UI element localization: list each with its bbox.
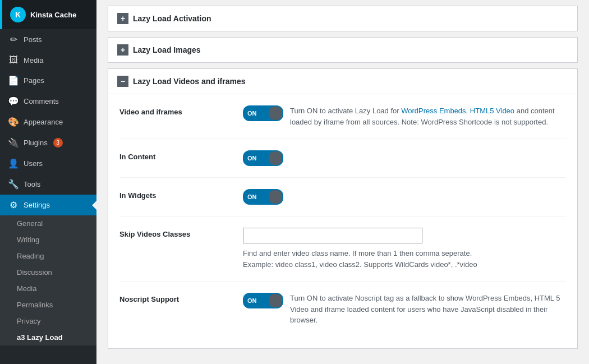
setting-noscript: Noscript Support ON Turn ON to activate … [119, 282, 566, 337]
in-widgets-control: ON [243, 189, 566, 205]
sub-menu-permalinks[interactable]: Permalinks [0, 297, 96, 313]
activation-toggle-icon[interactable]: + [117, 13, 128, 24]
sidebar-item-pages[interactable]: 📄 Pages [0, 70, 96, 91]
wordpress-embeds-link[interactable]: WordPress Embeds [401, 107, 466, 115]
sidebar-item-label: Media [24, 56, 43, 64]
video-iframes-toggle-label: ON [247, 110, 257, 117]
sidebar-logo[interactable]: K Kinsta Cache [0, 0, 96, 29]
video-iframes-toggle[interactable]: ON [243, 105, 283, 121]
sidebar-item-label: Appearance [24, 118, 63, 126]
sidebar-item-comments[interactable]: 💬 Comments [0, 91, 96, 112]
sidebar-item-media[interactable]: 🖼 Media [0, 50, 96, 70]
skip-videos-control: Find and enter video class name. If more… [243, 228, 566, 270]
sub-menu-privacy[interactable]: Privacy [0, 313, 96, 329]
setting-video-iframes: Video and iframes ON Turn ON to activate… [119, 94, 566, 139]
section-lazy-load-activation: + Lazy Load Activation [108, 6, 578, 31]
posts-icon: ✏ [8, 34, 19, 45]
settings-icon: ⚙ [8, 200, 19, 210]
sub-menu-a3-lazy-load[interactable]: a3 Lazy Load [0, 329, 96, 345]
videos-section-content: Video and iframes ON Turn ON to activate… [108, 94, 577, 348]
video-iframes-toggle-thumb [269, 107, 282, 120]
setting-in-content: In Content ON [119, 139, 566, 178]
setting-skip-videos: Skip Videos Classes Find and enter video… [119, 216, 566, 282]
section-videos-header[interactable]: − Lazy Load Videos and iframes [108, 69, 577, 94]
plugins-badge: 3 [53, 138, 63, 148]
sidebar-item-label: Posts [24, 35, 42, 44]
tools-icon: 🔧 [8, 179, 19, 190]
sidebar-item-appearance[interactable]: 🎨 Appearance [0, 112, 96, 132]
in-content-label: In Content [119, 150, 232, 161]
settings-arrow [92, 201, 96, 210]
sub-menu-writing[interactable]: Writing [0, 232, 96, 248]
settings-sub-menu: General Writing Reading Discussion Media… [0, 215, 96, 345]
in-content-toggle[interactable]: ON [243, 150, 283, 166]
appearance-icon: 🎨 [8, 117, 19, 127]
video-iframes-control: ON Turn ON to activate Lazy Load for Wor… [243, 105, 566, 127]
sidebar-item-label: Pages [24, 76, 44, 85]
sidebar-logo-text: Kinsta Cache [30, 11, 76, 19]
in-content-toggle-label: ON [247, 155, 257, 162]
sidebar-item-users[interactable]: 👤 Users [0, 153, 96, 174]
images-title: Lazy Load Images [133, 45, 201, 54]
sidebar-item-label: Plugins [24, 139, 48, 147]
skip-videos-label: Skip Videos Classes [119, 228, 232, 238]
users-icon: 👤 [8, 158, 19, 169]
noscript-toggle[interactable]: ON [243, 293, 283, 308]
sidebar-item-label: Settings [24, 201, 50, 209]
sub-menu-media[interactable]: Media [0, 280, 96, 297]
in-widgets-toggle-thumb [269, 190, 282, 204]
sidebar-item-label: Comments [24, 97, 59, 105]
images-toggle-icon[interactable]: + [117, 44, 128, 56]
videos-title: Lazy Load Videos and iframes [133, 77, 245, 86]
sub-menu-reading[interactable]: Reading [0, 248, 96, 264]
comments-icon: 💬 [8, 96, 19, 107]
sub-menu-discussion[interactable]: Discussion [0, 264, 96, 280]
html5-video-link[interactable]: HTML5 Video [470, 107, 514, 115]
in-content-control: ON [243, 150, 566, 166]
activation-title: Lazy Load Activation [133, 14, 211, 23]
video-iframes-desc: Turn ON to activate Lazy Load for WordPr… [290, 105, 566, 127]
video-iframes-label: Video and iframes [119, 105, 232, 116]
skip-videos-desc: Find and enter video class name. If more… [243, 248, 477, 270]
sidebar-item-tools[interactable]: 🔧 Tools [0, 174, 96, 195]
in-widgets-toggle-on[interactable]: ON [243, 189, 283, 205]
main-content: + Lazy Load Activation + Lazy Load Image… [96, 0, 589, 364]
plugins-icon: 🔌 [8, 137, 19, 148]
in-content-toggle-on[interactable]: ON [243, 150, 283, 166]
noscript-toggle-thumb [269, 294, 282, 307]
kinsta-logo-icon: K [10, 7, 26, 22]
section-lazy-load-videos: − Lazy Load Videos and iframes Video and… [108, 68, 578, 349]
noscript-control: ON Turn ON to activate Noscript tag as a… [243, 293, 566, 326]
noscript-label: Noscript Support [119, 293, 232, 303]
video-iframes-toggle-on[interactable]: ON [243, 105, 283, 121]
sidebar-item-settings[interactable]: ⚙ Settings [0, 195, 96, 215]
sub-menu-general[interactable]: General [0, 215, 96, 232]
sidebar-item-posts[interactable]: ✏ Posts [0, 29, 96, 50]
in-content-toggle-thumb [269, 151, 282, 165]
media-icon: 🖼 [8, 55, 19, 65]
section-lazy-load-images: + Lazy Load Images [108, 37, 578, 63]
sidebar: K Kinsta Cache ✏ Posts 🖼 Media 📄 Pages 💬… [0, 0, 96, 364]
in-widgets-label: In Widgets [119, 189, 232, 200]
skip-videos-input[interactable] [243, 228, 422, 243]
pages-icon: 📄 [8, 75, 19, 86]
sidebar-item-plugins[interactable]: 🔌 Plugins 3 [0, 132, 96, 153]
in-widgets-toggle-label: ON [247, 193, 257, 200]
sidebar-item-label: Users [24, 159, 43, 168]
section-images-header[interactable]: + Lazy Load Images [108, 38, 577, 62]
noscript-toggle-on[interactable]: ON [243, 293, 283, 308]
setting-in-widgets: In Widgets ON [119, 178, 566, 216]
sidebar-item-label: Tools [24, 180, 40, 188]
noscript-desc: Turn ON to activate Noscript tag as a fa… [290, 293, 566, 326]
section-activation-header[interactable]: + Lazy Load Activation [108, 6, 577, 31]
noscript-toggle-label: ON [247, 297, 257, 304]
videos-toggle-icon[interactable]: − [117, 76, 128, 87]
in-widgets-toggle[interactable]: ON [243, 189, 283, 205]
